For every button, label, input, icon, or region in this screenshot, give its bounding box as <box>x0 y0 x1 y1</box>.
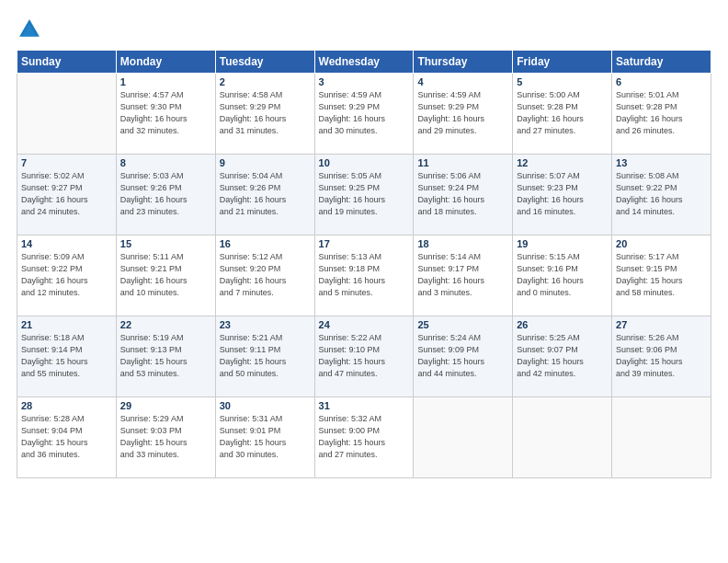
day-number: 19 <box>517 238 608 249</box>
calendar-cell: 16Sunrise: 5:12 AM Sunset: 9:20 PM Dayli… <box>215 236 314 316</box>
calendar-cell: 19Sunrise: 5:15 AM Sunset: 9:16 PM Dayli… <box>513 236 612 316</box>
day-number: 2 <box>220 76 311 87</box>
calendar-header-row: SundayMondayTuesdayWednesdayThursdayFrid… <box>17 51 711 74</box>
calendar-cell: 10Sunrise: 5:05 AM Sunset: 9:25 PM Dayli… <box>314 155 414 236</box>
logo-icon <box>17 17 42 42</box>
day-info: Sunrise: 5:26 AM Sunset: 9:06 PM Dayligh… <box>616 332 707 380</box>
day-info: Sunrise: 5:21 AM Sunset: 9:11 PM Dayligh… <box>220 332 311 380</box>
calendar-cell: 14Sunrise: 5:09 AM Sunset: 9:22 PM Dayli… <box>17 236 117 316</box>
calendar-cell: 31Sunrise: 5:32 AM Sunset: 9:00 PM Dayli… <box>314 397 414 478</box>
day-number: 7 <box>21 157 112 168</box>
calendar-cell: 12Sunrise: 5:07 AM Sunset: 9:23 PM Dayli… <box>513 155 612 236</box>
calendar-table: SundayMondayTuesdayWednesdayThursdayFrid… <box>17 50 711 478</box>
calendar-week-row: 21Sunrise: 5:18 AM Sunset: 9:14 PM Dayli… <box>17 316 711 397</box>
calendar-cell: 29Sunrise: 5:29 AM Sunset: 9:03 PM Dayli… <box>116 397 215 478</box>
day-number: 23 <box>220 319 311 330</box>
day-number: 27 <box>616 319 707 330</box>
day-number: 31 <box>319 400 410 411</box>
day-info: Sunrise: 5:01 AM Sunset: 9:28 PM Dayligh… <box>616 89 707 137</box>
calendar-cell: 28Sunrise: 5:28 AM Sunset: 9:04 PM Dayli… <box>17 397 117 478</box>
calendar-cell: 8Sunrise: 5:03 AM Sunset: 9:26 PM Daylig… <box>116 155 215 236</box>
calendar-cell: 2Sunrise: 4:58 AM Sunset: 9:29 PM Daylig… <box>215 74 314 155</box>
logo <box>17 17 46 42</box>
day-number: 15 <box>120 238 211 249</box>
calendar-header-friday: Friday <box>513 51 612 74</box>
calendar-cell: 24Sunrise: 5:22 AM Sunset: 9:10 PM Dayli… <box>314 316 414 397</box>
calendar-cell: 21Sunrise: 5:18 AM Sunset: 9:14 PM Dayli… <box>17 316 117 397</box>
calendar-cell: 5Sunrise: 5:00 AM Sunset: 9:28 PM Daylig… <box>513 74 612 155</box>
day-number: 16 <box>220 238 311 249</box>
calendar-cell: 11Sunrise: 5:06 AM Sunset: 9:24 PM Dayli… <box>414 155 513 236</box>
calendar-cell: 22Sunrise: 5:19 AM Sunset: 9:13 PM Dayli… <box>116 316 215 397</box>
day-number: 5 <box>517 76 608 87</box>
day-number: 3 <box>319 76 410 87</box>
day-number: 18 <box>417 238 508 249</box>
day-number: 12 <box>517 157 608 168</box>
day-info: Sunrise: 5:11 AM Sunset: 9:21 PM Dayligh… <box>120 251 211 299</box>
calendar-header-tuesday: Tuesday <box>215 51 314 74</box>
day-number: 1 <box>120 76 211 87</box>
day-number: 28 <box>21 400 112 411</box>
calendar-cell <box>612 397 711 478</box>
calendar-cell: 17Sunrise: 5:13 AM Sunset: 9:18 PM Dayli… <box>314 236 414 316</box>
calendar-header-saturday: Saturday <box>612 51 711 74</box>
calendar-week-row: 1Sunrise: 4:57 AM Sunset: 9:30 PM Daylig… <box>17 74 711 155</box>
day-info: Sunrise: 5:25 AM Sunset: 9:07 PM Dayligh… <box>517 332 608 380</box>
day-info: Sunrise: 5:29 AM Sunset: 9:03 PM Dayligh… <box>120 413 211 461</box>
calendar-cell: 7Sunrise: 5:02 AM Sunset: 9:27 PM Daylig… <box>17 155 117 236</box>
day-number: 20 <box>616 238 707 249</box>
calendar-cell: 3Sunrise: 4:59 AM Sunset: 9:29 PM Daylig… <box>314 74 414 155</box>
calendar-cell: 30Sunrise: 5:31 AM Sunset: 9:01 PM Dayli… <box>215 397 314 478</box>
day-info: Sunrise: 5:08 AM Sunset: 9:22 PM Dayligh… <box>616 170 707 218</box>
day-info: Sunrise: 5:17 AM Sunset: 9:15 PM Dayligh… <box>616 251 707 299</box>
page: SundayMondayTuesdayWednesdayThursdayFrid… <box>0 0 728 563</box>
calendar-cell: 1Sunrise: 4:57 AM Sunset: 9:30 PM Daylig… <box>116 74 215 155</box>
calendar-cell: 4Sunrise: 4:59 AM Sunset: 9:29 PM Daylig… <box>414 74 513 155</box>
day-info: Sunrise: 5:13 AM Sunset: 9:18 PM Dayligh… <box>319 251 410 299</box>
calendar-cell: 27Sunrise: 5:26 AM Sunset: 9:06 PM Dayli… <box>612 316 711 397</box>
day-info: Sunrise: 5:03 AM Sunset: 9:26 PM Dayligh… <box>120 170 211 218</box>
header <box>17 17 711 42</box>
day-number: 8 <box>120 157 211 168</box>
day-number: 29 <box>120 400 211 411</box>
day-number: 21 <box>21 319 112 330</box>
calendar-cell: 23Sunrise: 5:21 AM Sunset: 9:11 PM Dayli… <box>215 316 314 397</box>
calendar-cell: 25Sunrise: 5:24 AM Sunset: 9:09 PM Dayli… <box>414 316 513 397</box>
day-number: 13 <box>616 157 707 168</box>
day-info: Sunrise: 5:32 AM Sunset: 9:00 PM Dayligh… <box>319 413 410 461</box>
day-number: 10 <box>319 157 410 168</box>
day-number: 30 <box>220 400 311 411</box>
calendar-cell: 15Sunrise: 5:11 AM Sunset: 9:21 PM Dayli… <box>116 236 215 316</box>
day-number: 11 <box>417 157 508 168</box>
calendar-header-wednesday: Wednesday <box>314 51 414 74</box>
day-info: Sunrise: 5:28 AM Sunset: 9:04 PM Dayligh… <box>21 413 112 461</box>
day-info: Sunrise: 5:31 AM Sunset: 9:01 PM Dayligh… <box>220 413 311 461</box>
day-number: 22 <box>120 319 211 330</box>
calendar-header-thursday: Thursday <box>414 51 513 74</box>
day-info: Sunrise: 5:24 AM Sunset: 9:09 PM Dayligh… <box>417 332 508 380</box>
day-number: 9 <box>220 157 311 168</box>
day-info: Sunrise: 5:18 AM Sunset: 9:14 PM Dayligh… <box>21 332 112 380</box>
day-info: Sunrise: 5:09 AM Sunset: 9:22 PM Dayligh… <box>21 251 112 299</box>
day-info: Sunrise: 5:00 AM Sunset: 9:28 PM Dayligh… <box>517 89 608 137</box>
day-info: Sunrise: 5:19 AM Sunset: 9:13 PM Dayligh… <box>120 332 211 380</box>
calendar-cell: 13Sunrise: 5:08 AM Sunset: 9:22 PM Dayli… <box>612 155 711 236</box>
calendar-week-row: 7Sunrise: 5:02 AM Sunset: 9:27 PM Daylig… <box>17 155 711 236</box>
day-number: 14 <box>21 238 112 249</box>
day-number: 6 <box>616 76 707 87</box>
calendar-cell: 18Sunrise: 5:14 AM Sunset: 9:17 PM Dayli… <box>414 236 513 316</box>
day-info: Sunrise: 5:06 AM Sunset: 9:24 PM Dayligh… <box>417 170 508 218</box>
day-info: Sunrise: 4:57 AM Sunset: 9:30 PM Dayligh… <box>120 89 211 137</box>
day-info: Sunrise: 4:59 AM Sunset: 9:29 PM Dayligh… <box>417 89 508 137</box>
calendar-header-monday: Monday <box>116 51 215 74</box>
day-info: Sunrise: 5:07 AM Sunset: 9:23 PM Dayligh… <box>517 170 608 218</box>
calendar-week-row: 14Sunrise: 5:09 AM Sunset: 9:22 PM Dayli… <box>17 236 711 316</box>
calendar-cell: 26Sunrise: 5:25 AM Sunset: 9:07 PM Dayli… <box>513 316 612 397</box>
calendar-cell: 20Sunrise: 5:17 AM Sunset: 9:15 PM Dayli… <box>612 236 711 316</box>
day-info: Sunrise: 5:05 AM Sunset: 9:25 PM Dayligh… <box>319 170 410 218</box>
calendar-cell: 9Sunrise: 5:04 AM Sunset: 9:26 PM Daylig… <box>215 155 314 236</box>
day-info: Sunrise: 5:04 AM Sunset: 9:26 PM Dayligh… <box>220 170 311 218</box>
day-info: Sunrise: 5:15 AM Sunset: 9:16 PM Dayligh… <box>517 251 608 299</box>
day-number: 17 <box>319 238 410 249</box>
day-number: 24 <box>319 319 410 330</box>
